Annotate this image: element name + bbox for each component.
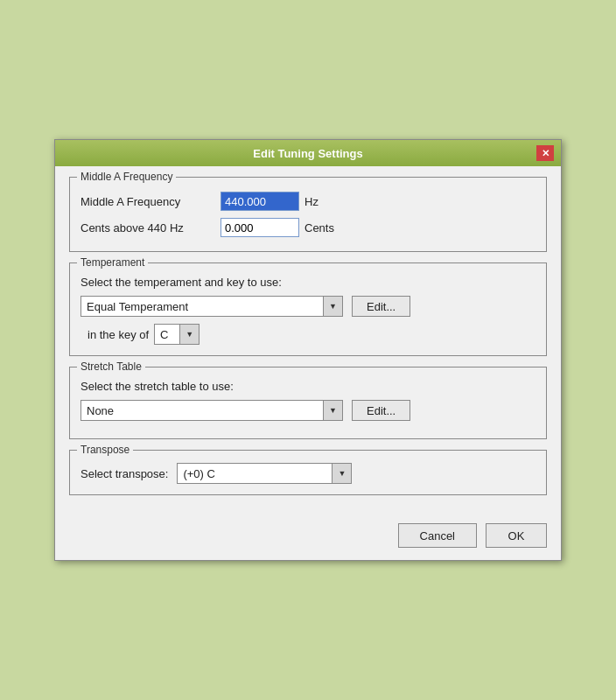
edit-tuning-dialog: Edit Tuning Settings ✕ Middle A Frequenc…: [54, 139, 562, 561]
close-button[interactable]: ✕: [536, 145, 554, 161]
dialog-content: Middle A Frequency Middle A Frequency Hz…: [55, 166, 561, 516]
transpose-select-label: Select transpose:: [80, 467, 168, 480]
temperament-value: Equal Temperament: [81, 300, 323, 313]
temperament-dropdown-arrow[interactable]: [323, 297, 342, 316]
key-row: in the key of C: [80, 324, 536, 345]
transpose-value: (+0) C: [178, 467, 332, 480]
frequency-row: Middle A Frequency Hz: [80, 192, 536, 211]
stretch-value: None: [81, 404, 323, 417]
stretch-dropdown-arrow[interactable]: [323, 401, 342, 420]
stretch-edit-button[interactable]: Edit...: [352, 400, 410, 421]
stretch-select-row: None Edit...: [80, 400, 536, 421]
transpose-dropdown-arrow[interactable]: [332, 464, 351, 483]
middle-a-group: Middle A Frequency Middle A Frequency Hz…: [69, 177, 547, 252]
key-select[interactable]: C: [154, 324, 200, 345]
dialog-footer: Cancel OK: [55, 516, 561, 560]
stretch-select[interactable]: None: [80, 400, 343, 421]
temperament-select-row: Equal Temperament Edit...: [80, 296, 536, 317]
stretch-select-label: Select the stretch table to use:: [80, 380, 536, 393]
frequency-input[interactable]: [220, 192, 299, 211]
cents-input[interactable]: [220, 218, 299, 237]
cents-row: Cents above 440 Hz Cents: [80, 218, 536, 237]
cents-unit: Cents: [304, 221, 334, 234]
transpose-group: Transpose Select transpose: (+0) C: [69, 450, 547, 495]
key-dropdown-arrow[interactable]: [179, 325, 199, 344]
transpose-group-title: Transpose: [77, 444, 133, 456]
stretch-group-title: Stretch Table: [77, 360, 145, 373]
stretch-group: Stretch Table Select the stretch table t…: [69, 367, 547, 439]
cancel-button[interactable]: Cancel: [398, 523, 477, 548]
transpose-select[interactable]: (+0) C: [177, 463, 352, 484]
key-label: in the key of: [88, 328, 149, 341]
middle-a-group-title: Middle A Frequency: [77, 171, 176, 183]
dialog-title: Edit Tuning Settings: [80, 147, 536, 160]
title-bar: Edit Tuning Settings ✕: [55, 140, 561, 166]
cents-label: Cents above 440 Hz: [80, 221, 220, 234]
temperament-group: Temperament Select the temperament and k…: [69, 262, 547, 356]
freq-label: Middle A Frequency: [80, 195, 220, 208]
temperament-select[interactable]: Equal Temperament: [80, 296, 343, 317]
ok-button[interactable]: OK: [486, 523, 547, 548]
temperament-select-label: Select the temperament and key to use:: [80, 276, 536, 289]
temperament-group-title: Temperament: [77, 256, 148, 269]
key-value: C: [155, 328, 179, 341]
temperament-edit-button[interactable]: Edit...: [352, 296, 410, 317]
freq-unit: Hz: [304, 195, 318, 208]
transpose-row: Select transpose: (+0) C: [80, 463, 536, 484]
